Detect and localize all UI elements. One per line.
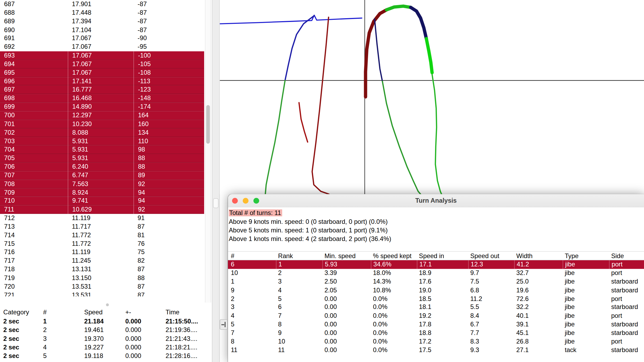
turn-table-row[interactable]: 790.000.0%18.87.745.1jibestarboard (228, 329, 644, 337)
total-turns-line: Total # of turns: 11 (228, 209, 391, 217)
speed-table-header-cell[interactable]: Speed (81, 308, 122, 317)
track-table-row[interactable]: 7076.74789 (0, 171, 204, 180)
track-table-row[interactable]: 72013.53187 (0, 282, 204, 291)
track-table-row[interactable]: 68717.901-87 (0, 0, 204, 9)
turn-table-row[interactable]: 942.0510.8%19.06.819.6jibestarboard (228, 286, 644, 295)
turn-table-header-cell[interactable]: Speed out (468, 252, 514, 260)
track-table-cell: 75 (133, 248, 204, 257)
track-table-row[interactable]: 71611.11975 (0, 248, 204, 257)
track-table-cell: 8.924 (68, 188, 133, 197)
track-table-row[interactable]: 70012.297164 (0, 111, 204, 120)
track-table-row[interactable]: 71511.77276 (0, 240, 204, 248)
track-table-row[interactable]: 71813.13187 (0, 265, 204, 274)
track-table-row[interactable]: 71311.71787 (0, 223, 204, 231)
track-table-row[interactable]: 69617.141-113 (0, 77, 204, 86)
turn-table-header-cell[interactable]: Min. speed (323, 252, 371, 260)
track-table-row[interactable]: 69816.468-148 (0, 94, 204, 103)
speed-table-header-cell[interactable]: +- (122, 308, 162, 317)
total-turns-highlight: Total # of turns: 11 (229, 209, 282, 216)
turn-table-row[interactable]: 1023.3918.0%18.99.732.7jibeport (228, 269, 644, 277)
scrollbar-thumb[interactable] (206, 105, 210, 144)
track-point-table[interactable]: 68717.901-8768817.448-8768917.394-876901… (0, 0, 204, 296)
speed-table-row[interactable]: 2 sec319.3700.00021:21:43.... (0, 334, 204, 343)
horizontal-splitter-grip[interactable] (106, 303, 109, 306)
track-table-row[interactable]: 71411.77281 (0, 231, 204, 240)
turn-table-header-cell[interactable]: Type (563, 252, 609, 260)
track-table-row[interactable]: 68917.394-87 (0, 17, 204, 26)
speed-table-row[interactable]: 2 sec219.4610.00021:19:36.... (0, 326, 204, 334)
track-table-row[interactable]: 70110.230160 (0, 120, 204, 128)
turn-table-cell: 25.0 (514, 277, 563, 286)
track-table-row[interactable]: 68817.448-87 (0, 9, 204, 17)
turn-table-row[interactable]: 132.5014.3%17.67.525.0jibestarboard (228, 277, 644, 286)
turn-table-cell: 8 (276, 320, 322, 329)
track-table-cell: 134 (133, 128, 204, 137)
speed-table-header-cell[interactable]: # (40, 308, 81, 317)
track-table-cell: 16.777 (68, 86, 133, 94)
track-table-row[interactable]: 7098.92494 (0, 188, 204, 197)
turn-table-row[interactable]: 11110.000.0%17.59.327.1tackstarboard (228, 346, 644, 355)
track-table-row[interactable]: 71913.15088 (0, 274, 204, 282)
splitter-collapse-handle[interactable] (220, 319, 227, 330)
track-table-row[interactable]: 7066.24088 (0, 163, 204, 171)
turn-table-row[interactable]: 360.000.0%18.15.532.2jibestarboard (228, 303, 644, 312)
track-table-row[interactable]: 72113.53187 (0, 291, 204, 296)
track-table-row[interactable]: 69716.777-123 (0, 86, 204, 94)
track-table-row[interactable]: 69914.890-174 (0, 103, 204, 111)
turn-table-header-cell[interactable]: # (228, 252, 276, 260)
turn-table-cell: 40.1 (514, 312, 563, 320)
track-table-cell: 705 (0, 154, 68, 163)
track-table-cell: 76 (133, 240, 204, 248)
track-table-row[interactable]: 69017.104-87 (0, 26, 204, 34)
track-table-row[interactable]: 7055.93188 (0, 154, 204, 163)
window-titlebar[interactable]: Turn Analysis (228, 194, 644, 207)
track-map[interactable] (220, 0, 644, 194)
track-table-cell: 11.119 (68, 214, 133, 223)
turn-table-cell: 19.6 (514, 286, 563, 295)
panel-divider[interactable] (212, 0, 220, 362)
turn-table-row[interactable]: 470.000.0%19.28.440.1jibeport (228, 312, 644, 320)
speed-table-row[interactable]: 2 sec121.1840.00021:15:50.... (0, 317, 204, 326)
track-table-cell: 17.141 (68, 77, 133, 86)
track-table-row[interactable]: 69117.067-90 (0, 34, 204, 43)
speed-table-row[interactable]: 2 sec519.1180.00021:28:16.... (0, 351, 204, 360)
track-table-cell: 688 (0, 9, 68, 17)
track-table-scrollbar[interactable] (205, 0, 211, 303)
turn-table-cell: 17.2 (417, 337, 468, 346)
track-table-row[interactable]: 71211.11991 (0, 214, 204, 223)
track-table-cell: 701 (0, 120, 68, 128)
track-table-cell: 706 (0, 163, 68, 171)
track-table-row[interactable]: 7045.93198 (0, 145, 204, 154)
track-table-row[interactable]: 71711.24582 (0, 257, 204, 265)
track-table-row[interactable]: 7109.74194 (0, 197, 204, 205)
speed-table-header-cell[interactable]: Category (0, 308, 40, 317)
track-table-cell: 94 (133, 197, 204, 205)
track-table-cell: 91 (133, 214, 204, 223)
speed-table-row[interactable]: 2 sec419.2270.00021:18:21.... (0, 343, 204, 351)
turn-table-row[interactable]: 615.9334.6%17.112.341.2jibeport (228, 260, 644, 269)
turn-table-header-cell[interactable]: Rank (276, 252, 322, 260)
summary-line-5-knots: Above 5 knots min. speed: 1 (0 starboard… (228, 226, 391, 234)
turn-table-header-cell[interactable]: Speed in (417, 252, 468, 260)
turn-table-header-cell[interactable]: Side (609, 252, 644, 260)
turn-table-row[interactable]: 250.000.0%18.511.272.6jibeport (228, 295, 644, 303)
speed-table-row[interactable]: 2 sec6 (0, 360, 204, 362)
track-table-row[interactable]: 69217.067-95 (0, 43, 204, 51)
turn-table-header: #RankMin. speed% speed keptSpeed inSpeed… (228, 251, 644, 260)
track-table-cell: 17.067 (68, 51, 133, 60)
turn-table-row[interactable]: 580.000.0%17.86.739.1jibestarboard (228, 320, 644, 329)
track-table-cell: 713 (0, 223, 68, 231)
track-table-row[interactable]: 7035.931110 (0, 137, 204, 145)
track-table-row[interactable]: 7087.56392 (0, 180, 204, 188)
turn-table-row[interactable]: 8100.000.0%17.28.326.8jibeport (228, 337, 644, 346)
track-table-row[interactable]: 69517.067-108 (0, 69, 204, 77)
track-table-row[interactable]: 69417.067-105 (0, 60, 204, 69)
turn-table-header-cell[interactable]: % speed kept (371, 252, 417, 260)
turn-table-cell: port (609, 295, 644, 303)
track-table-row[interactable]: 71110.62992 (0, 205, 204, 214)
track-table-row[interactable]: 69317.067-100 (0, 51, 204, 60)
turn-table-header-cell[interactable]: Width (514, 252, 563, 260)
track-table-row[interactable]: 7028.088134 (0, 128, 204, 137)
divider-grip[interactable] (213, 198, 219, 208)
speed-table-header-cell[interactable]: Time (162, 308, 204, 317)
